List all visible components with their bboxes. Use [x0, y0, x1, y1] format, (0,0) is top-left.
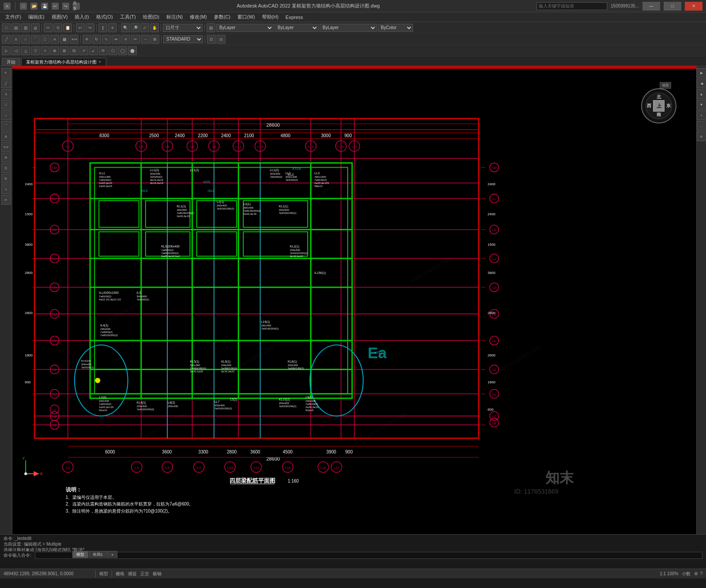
tb-zoom-in[interactable]: 🔍	[121, 23, 130, 32]
tb-props[interactable]: ≡	[108, 23, 117, 32]
tb-extend[interactable]: →	[141, 35, 150, 44]
layer-select[interactable]: ByLayer	[216, 24, 274, 32]
tb3-7[interactable]: ⊞	[60, 46, 69, 55]
sb-rect[interactable]: □	[1, 100, 11, 109]
tb3-13[interactable]: ◯	[118, 46, 127, 55]
tb-zoom-ext[interactable]: ⤢	[140, 23, 149, 32]
tb-rect[interactable]: □	[41, 35, 49, 44]
sb-dim[interactable]: ⟺	[1, 142, 11, 152]
linetype-select[interactable]: ByLayer	[274, 24, 319, 32]
color-select[interactable]: ByColor	[378, 24, 413, 32]
tb3-14[interactable]: ⬤	[128, 46, 137, 55]
menu-insert[interactable]: 插入(I)	[71, 13, 92, 21]
tb-scale[interactable]: ⤡	[102, 35, 111, 44]
canvas-area[interactable]: www.znzmo.com www.znzmo.com www.znzmo.co…	[12, 66, 696, 544]
tb-array[interactable]: ⊞	[150, 35, 159, 44]
sb-select[interactable]: ↖	[1, 68, 11, 78]
menu-draw[interactable]: 绘图(D)	[139, 13, 163, 21]
tb-match[interactable]: ∥	[98, 23, 107, 32]
sb-move[interactable]: ✛	[1, 153, 11, 162]
tb3-5[interactable]: ×	[41, 46, 49, 55]
tb-layer[interactable]: ▤	[207, 23, 215, 32]
view-reset-button[interactable]: 视图	[660, 82, 671, 89]
sb-poly[interactable]: ∧	[1, 89, 11, 99]
tb3-3[interactable]: △	[21, 46, 30, 55]
layout-tab-add[interactable]: +	[107, 551, 117, 558]
tb3-9[interactable]: ↗	[79, 46, 88, 55]
tb3-6[interactable]: ⊕	[50, 46, 59, 55]
tb-offset[interactable]: ≡	[121, 35, 130, 44]
tb-rotate[interactable]: ↻	[92, 35, 101, 44]
dim-select[interactable]: 口尺寸	[163, 24, 203, 32]
rsb-5[interactable]: +	[697, 110, 706, 120]
help-icon[interactable]: ?	[700, 571, 702, 576]
sb-text[interactable]: A	[1, 131, 11, 141]
polar-label[interactable]: 极轴	[153, 571, 161, 577]
layout-tab-1[interactable]: 布局1	[89, 551, 107, 558]
minimize-button[interactable]: —	[642, 2, 660, 11]
tb3-10[interactable]: ↙	[89, 46, 98, 55]
tb-text[interactable]: A	[50, 35, 59, 44]
menu-help[interactable]: 帮助(H)	[259, 13, 282, 21]
save-icon[interactable]: 💾	[41, 3, 48, 10]
sb-trim2[interactable]: ✂	[1, 195, 11, 205]
tb-copy[interactable]: ⎘	[53, 23, 62, 32]
tb-mirror[interactable]: ⇔	[112, 35, 120, 44]
tb-move[interactable]: ✛	[83, 35, 91, 44]
tb-snap[interactable]: ⊡	[207, 35, 216, 44]
maximize-button[interactable]: □	[664, 2, 681, 11]
undo-icon[interactable]: ↩	[52, 3, 59, 10]
rsb-2[interactable]: ◀	[697, 79, 706, 88]
rsb-6[interactable]: -	[697, 121, 706, 131]
redo-icon[interactable]: ↪	[62, 3, 69, 10]
tb-pan[interactable]: ✋	[150, 23, 159, 32]
tb3-11[interactable]: ⟳	[99, 46, 108, 55]
tb-redo[interactable]: ↪	[86, 23, 94, 32]
tab-drawing-close[interactable]: ✕	[98, 60, 101, 64]
tb-arc[interactable]: ⌒	[31, 35, 40, 44]
tb-trim[interactable]: ✂	[131, 35, 140, 44]
tb3-4[interactable]: ▽	[31, 46, 40, 55]
menu-modify[interactable]: 修改(M)	[186, 13, 210, 21]
settings-icon[interactable]: ⚙	[694, 571, 698, 576]
tb-print[interactable]: 🖨	[31, 23, 40, 32]
rsb-3[interactable]: ▲	[697, 89, 706, 99]
rsb-7[interactable]: A	[697, 131, 706, 141]
tb-save[interactable]: ▥	[21, 23, 30, 32]
menu-file[interactable]: 文件(F)	[2, 13, 25, 21]
tab-drawing[interactable]: 某框架剪力墙结构小高层结构设计图 ✕	[21, 58, 106, 66]
tb3-12[interactable]: ⬡	[109, 46, 117, 55]
menu-window[interactable]: 窗口(W)	[234, 13, 259, 21]
tb-hatch[interactable]: ▩	[60, 35, 69, 44]
sb-arc[interactable]: ⌒	[1, 121, 11, 131]
tb3-1[interactable]: ▷	[2, 46, 11, 55]
menu-annotate[interactable]: 标注(N)	[163, 13, 186, 21]
menu-params[interactable]: 参数(C)	[210, 13, 234, 21]
tb-cut[interactable]: ✂	[44, 23, 53, 32]
close-button[interactable]: ✕	[685, 2, 702, 11]
style-select[interactable]: STANDARD	[163, 35, 203, 43]
ortho-label[interactable]: 正交	[140, 571, 149, 577]
menu-tools[interactable]: 工具(T)	[116, 13, 139, 21]
tb-circle[interactable]: ○	[21, 35, 30, 44]
tb3-2[interactable]: ◁	[11, 46, 20, 55]
sb-line[interactable]: ╱	[1, 79, 11, 88]
tb3-8[interactable]: ⊟	[70, 46, 79, 55]
tb-undo[interactable]: ↩	[76, 23, 85, 32]
tb-new[interactable]: □	[2, 23, 11, 32]
new-icon[interactable]: □	[20, 3, 27, 10]
menu-format[interactable]: 格式(O)	[93, 13, 116, 21]
menu-express[interactable]: Express	[282, 14, 307, 21]
search-input[interactable]	[537, 2, 607, 10]
tab-start[interactable]: 开始	[2, 58, 20, 66]
tb-osnap[interactable]: ◎	[217, 35, 225, 44]
share-icon[interactable]: 共享	[73, 3, 80, 10]
menu-edit[interactable]: 编辑(E)	[25, 13, 48, 21]
tb-zoom-out[interactable]: 🔎	[131, 23, 139, 32]
rsb-1[interactable]: ▶	[697, 68, 706, 78]
sb-scale2[interactable]: ⤡	[1, 184, 11, 194]
tb-paste[interactable]: 📋	[63, 23, 72, 32]
open-icon[interactable]: 📂	[30, 3, 38, 10]
tb-polyline[interactable]: ∧	[11, 35, 20, 44]
snap-label[interactable]: 捕捉	[128, 571, 137, 577]
